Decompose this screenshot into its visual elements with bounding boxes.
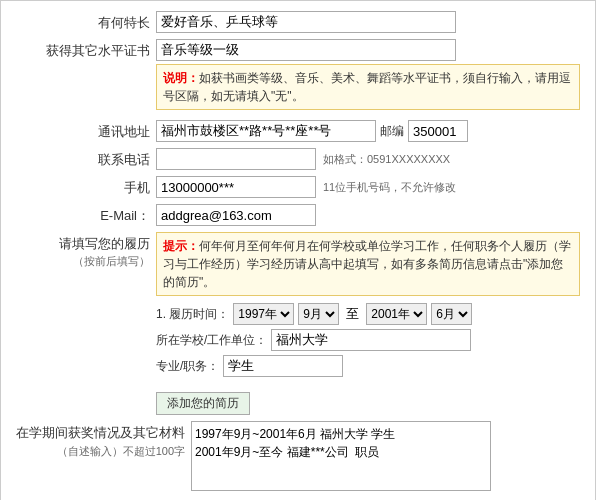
specialties-row: 有何特长	[16, 11, 580, 33]
achievements-textarea[interactable]: 1997年9月~2001年6月 福州大学 学生 2001年9月~至今 福建***…	[191, 421, 491, 491]
certificates-notice: 说明：如获书画类等级、音乐、美术、舞蹈等水平证书，须自行输入，请用逗号区隔，如无…	[156, 64, 580, 110]
addr-content: 邮编	[156, 120, 580, 142]
mobile-input[interactable]	[156, 176, 316, 198]
add-resume-button[interactable]: 添加您的简历	[156, 392, 250, 415]
addr-inner: 邮编	[156, 120, 468, 142]
specialties-input[interactable]	[156, 11, 456, 33]
resume-hint-text: 何年何月至何年何月在何学校或单位学习工作，任何职务个人履历（学习与工作经历）学习…	[163, 239, 571, 289]
notice-prefix: 说明：	[163, 71, 199, 85]
mobile-content: 11位手机号码，不允许修改	[156, 176, 580, 198]
achievements-label: 在学期间获奖情况及其它材料 （自述输入）不超过100字	[16, 421, 191, 460]
achievements-content: 1997年9月~2001年6月 福州大学 学生 2001年9月~至今 福建***…	[191, 421, 580, 494]
email-input[interactable]	[156, 204, 316, 226]
specialties-label: 有何特长	[16, 11, 156, 32]
mobile-hint: 11位手机号码，不允许修改	[323, 176, 456, 195]
email-row: E-Mail：	[16, 204, 580, 226]
resume-unit-label: 所在学校/工作单位：	[156, 332, 267, 349]
email-content	[156, 204, 580, 226]
resume-item-label: 1. 履历时间：	[156, 306, 229, 323]
specialties-content	[156, 11, 580, 33]
resume-content: 提示：何年何月至何年何月在何学校或单位学习工作，任何职务个人履历（学习与工作经历…	[156, 232, 580, 415]
resume-from-month-select[interactable]: 9月	[298, 303, 339, 325]
resume-unit-input[interactable]	[271, 329, 471, 351]
resume-item-1: 1. 履历时间： 1997年 9月 至 2001年 6月	[156, 303, 472, 381]
certificates-label: 获得其它水平证书	[16, 39, 156, 60]
resume-hint-prefix: 提示：	[163, 239, 199, 253]
resume-major-label: 专业/职务：	[156, 358, 219, 375]
mobile-row: 手机 11位手机号码，不允许修改	[16, 176, 580, 198]
resume-to-month-select[interactable]: 6月	[431, 303, 472, 325]
mobile-label: 手机	[16, 176, 156, 197]
form-container: 有何特长 获得其它水平证书 说明：如获书画类等级、音乐、美术、舞蹈等水平证书，须…	[0, 0, 596, 500]
resume-label: 请填写您的履历 （按前后填写）	[16, 232, 156, 269]
addr-row: 通讯地址 邮编	[16, 120, 580, 142]
post-input[interactable]	[408, 120, 468, 142]
phone-label: 联系电话	[16, 148, 156, 169]
resume-time-row: 1. 履历时间： 1997年 9月 至 2001年 6月	[156, 303, 472, 325]
notice-text: 如获书画类等级、音乐、美术、舞蹈等水平证书，须自行输入，请用逗号区隔，如无请填入…	[163, 71, 571, 103]
phone-input[interactable]	[156, 148, 316, 170]
certificates-input[interactable]	[156, 39, 456, 61]
addr-input[interactable]	[156, 120, 376, 142]
addr-label: 通讯地址	[16, 120, 156, 141]
resume-to-label: 至	[346, 305, 359, 323]
achievements-row: 在学期间获奖情况及其它材料 （自述输入）不超过100字 1997年9月~2001…	[16, 421, 580, 494]
email-label: E-Mail：	[16, 204, 156, 225]
certificates-content: 说明：如获书画类等级、音乐、美术、舞蹈等水平证书，须自行输入，请用逗号区隔，如无…	[156, 39, 580, 114]
resume-to-year-select[interactable]: 2001年	[366, 303, 427, 325]
phone-row: 联系电话 如格式：0591XXXXXXXX	[16, 148, 580, 170]
resume-from-year-select[interactable]: 1997年	[233, 303, 294, 325]
post-label: 邮编	[380, 123, 404, 140]
resume-notice: 提示：何年何月至何年何月在何学校或单位学习工作，任何职务个人履历（学习与工作经历…	[156, 232, 580, 296]
resume-unit-row: 所在学校/工作单位：	[156, 329, 472, 351]
resume-major-row: 专业/职务：	[156, 355, 472, 377]
resume-major-input[interactable]	[223, 355, 343, 377]
phone-content: 如格式：0591XXXXXXXX	[156, 148, 580, 170]
resume-row: 请填写您的履历 （按前后填写） 提示：何年何月至何年何月在何学校或单位学习工作，…	[16, 232, 580, 415]
certificates-row: 获得其它水平证书 说明：如获书画类等级、音乐、美术、舞蹈等水平证书，须自行输入，…	[16, 39, 580, 114]
phone-format-hint: 如格式：0591XXXXXXXX	[323, 148, 450, 167]
